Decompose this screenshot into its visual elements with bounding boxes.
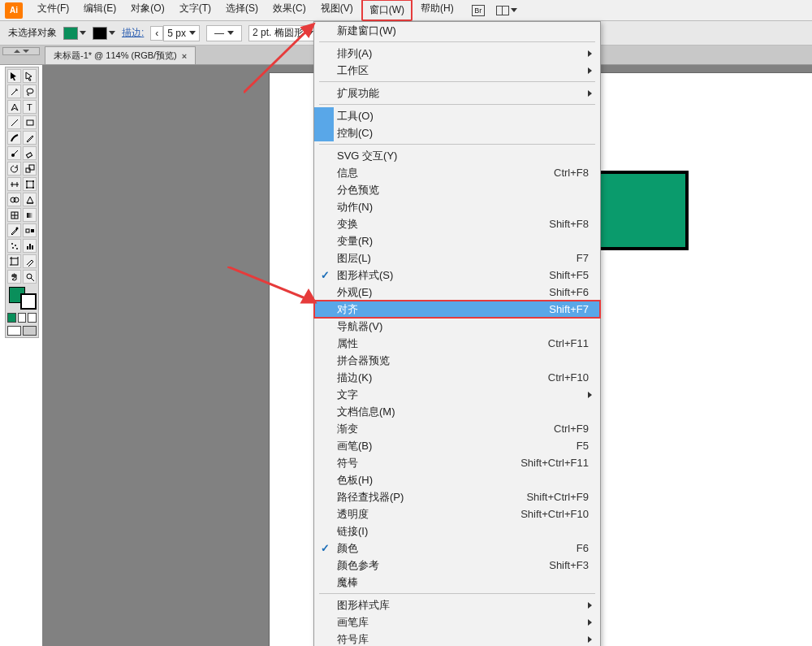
fill-swatch[interactable] <box>63 27 86 40</box>
tool-eraser[interactable] <box>23 146 37 160</box>
stroke-swatch[interactable] <box>93 27 115 40</box>
stroke-link[interactable]: 描边: <box>122 26 144 40</box>
menu-item-排列[interactable]: 排列(A) <box>314 45 600 62</box>
svg-rect-8 <box>27 181 33 188</box>
menu-item-透明度[interactable]: 透明度Shift+Ctrl+F10 <box>314 505 600 522</box>
menu-item-动作[interactable]: 动作(N) <box>314 198 600 215</box>
submenu-arrow-icon <box>588 636 592 643</box>
tool-direct-select[interactable] <box>23 69 37 83</box>
stroke-weight-field[interactable]: 5 px <box>163 25 200 41</box>
tool-slice[interactable] <box>23 254 37 268</box>
menu-效果[interactable]: 效果(C) <box>266 0 313 21</box>
menu-item-颜色[interactable]: 颜色F6 <box>314 540 600 557</box>
foreground-background-swatch[interactable] <box>7 285 37 310</box>
tool-blob-brush[interactable] <box>7 146 21 160</box>
svg-rect-19 <box>31 229 34 232</box>
tool-pen[interactable] <box>7 100 21 114</box>
tool-width[interactable] <box>7 177 21 191</box>
menu-item-对齐[interactable]: 对齐Shift+F7 <box>314 301 600 318</box>
tool-shape-builder[interactable] <box>7 193 21 206</box>
svg-point-0 <box>27 89 33 93</box>
tool-perspective[interactable] <box>23 193 37 206</box>
menu-item-shortcut: Shift+F3 <box>549 559 592 571</box>
menu-item-信息[interactable]: 信息Ctrl+F8 <box>314 164 600 181</box>
menu-item-链接[interactable]: 链接(I) <box>314 522 600 540</box>
menu-item-画笔库[interactable]: 画笔库 <box>314 613 600 631</box>
menu-item-shortcut: F5 <box>577 440 592 452</box>
tool-column-graph[interactable] <box>23 239 37 253</box>
menu-对象[interactable]: 对象(O) <box>124 0 171 21</box>
tool-line[interactable] <box>7 115 21 129</box>
menu-item-文档信息[interactable]: 文档信息(M) <box>314 403 600 420</box>
menu-item-路径查找器[interactable]: 路径查找器(P)Shift+Ctrl+F9 <box>314 488 600 505</box>
menu-item-渐变[interactable]: 渐变Ctrl+F9 <box>314 420 600 437</box>
menu-item-魔棒[interactable]: 魔棒 <box>314 574 600 591</box>
menu-item-画笔[interactable]: 画笔(B)F5 <box>314 437 600 454</box>
menu-item-符号库[interactable]: 符号库 <box>314 631 600 646</box>
tool-artboard[interactable] <box>7 254 21 268</box>
tool-mesh[interactable] <box>7 208 21 222</box>
menu-item-属性[interactable]: 属性Ctrl+F11 <box>314 335 600 352</box>
menu-item-色板[interactable]: 色板(H) <box>314 471 600 488</box>
menu-item-分色预览[interactable]: 分色预览 <box>314 181 600 198</box>
tool-rectangle[interactable] <box>23 115 37 129</box>
menu-item-变量[interactable]: 变量(R) <box>314 232 600 249</box>
document-tab-title: 未标题-1* @ 114% (RGB/预览) <box>54 50 177 62</box>
menu-item-控制[interactable]: 控制(C) <box>314 124 600 141</box>
menu-视图[interactable]: 视图(V) <box>314 0 360 21</box>
panel-collapse-handle[interactable] <box>2 47 40 55</box>
menu-item-工具[interactable]: 工具(O) <box>314 107 600 124</box>
tool-blend[interactable] <box>23 223 37 237</box>
stroke-decrement[interactable]: ‹ <box>150 26 163 41</box>
menu-item-变换[interactable]: 变换Shift+F8 <box>314 215 600 232</box>
menu-item-符号[interactable]: 符号Shift+Ctrl+F11 <box>314 454 600 471</box>
tool-magic-wand[interactable] <box>7 85 21 98</box>
menu-文件[interactable]: 文件(F) <box>31 0 76 21</box>
tool-zoom[interactable] <box>23 270 37 284</box>
menu-item-shortcut: Ctrl+F11 <box>548 337 592 349</box>
tool-pencil[interactable] <box>23 131 37 145</box>
menu-item-颜色参考[interactable]: 颜色参考Shift+F3 <box>314 557 600 574</box>
bridge-icon[interactable]: Br <box>472 5 485 16</box>
menu-编辑[interactable]: 编辑(E) <box>77 0 123 21</box>
close-icon[interactable]: × <box>182 51 187 61</box>
menu-窗口[interactable]: 窗口(W) <box>361 0 412 21</box>
screen-mode-row[interactable] <box>7 326 37 336</box>
menu-文字[interactable]: 文字(T) <box>173 0 218 21</box>
tool-type[interactable]: T <box>23 100 37 114</box>
menu-item-工作区[interactable]: 工作区 <box>314 62 600 79</box>
menu-item-shortcut: Shift+F6 <box>549 286 592 298</box>
menu-item-label: 对齐 <box>337 302 549 317</box>
menu-item-图层[interactable]: 图层(L)F7 <box>314 249 600 267</box>
menu-选择[interactable]: 选择(S) <box>219 0 265 21</box>
draw-mode-row[interactable] <box>7 313 37 323</box>
tool-hand[interactable] <box>7 270 21 284</box>
workspace-switcher[interactable] <box>496 6 517 15</box>
svg-point-10 <box>32 180 34 182</box>
menu-item-描边[interactable]: 描边(K)Ctrl+F10 <box>314 369 600 386</box>
tool-arrow[interactable] <box>7 69 21 83</box>
tool-scale[interactable] <box>23 162 37 176</box>
tool-brush[interactable] <box>7 131 21 145</box>
tool-free-transform[interactable] <box>23 177 37 191</box>
menu-item-扩展功能[interactable]: 扩展功能 <box>314 85 600 102</box>
tool-rotate[interactable] <box>7 162 21 176</box>
menu-item-新建窗口[interactable]: 新建窗口(W) <box>314 22 600 39</box>
menu-item-图形样式[interactable]: 图形样式(S)Shift+F5 <box>314 267 600 284</box>
tool-lasso[interactable] <box>23 85 37 98</box>
document-tab[interactable]: 未标题-1* @ 114% (RGB/预览) × <box>45 46 196 64</box>
tool-symbol-sprayer[interactable] <box>7 239 21 253</box>
menu-item-导航器[interactable]: 导航器(V) <box>314 318 600 335</box>
svg-line-29 <box>31 278 34 281</box>
menu-item-shortcut: Ctrl+F9 <box>554 423 592 435</box>
tool-gradient[interactable] <box>23 208 37 222</box>
tool-eyedropper[interactable] <box>7 223 21 237</box>
menu-item-图形样式库[interactable]: 图形样式库 <box>314 596 600 613</box>
menu-item-SVG 交互[interactable]: SVG 交互(Y) <box>314 147 600 164</box>
menu-item-外观[interactable]: 外观(E)Shift+F6 <box>314 284 600 301</box>
dash-profile[interactable]: — <box>206 25 242 41</box>
menu-帮助[interactable]: 帮助(H) <box>414 0 460 21</box>
menu-item-拼合器预览[interactable]: 拼合器预览 <box>314 352 600 369</box>
menu-item-label: 画笔(B) <box>337 439 577 453</box>
menu-item-文字[interactable]: 文字 <box>314 386 600 403</box>
